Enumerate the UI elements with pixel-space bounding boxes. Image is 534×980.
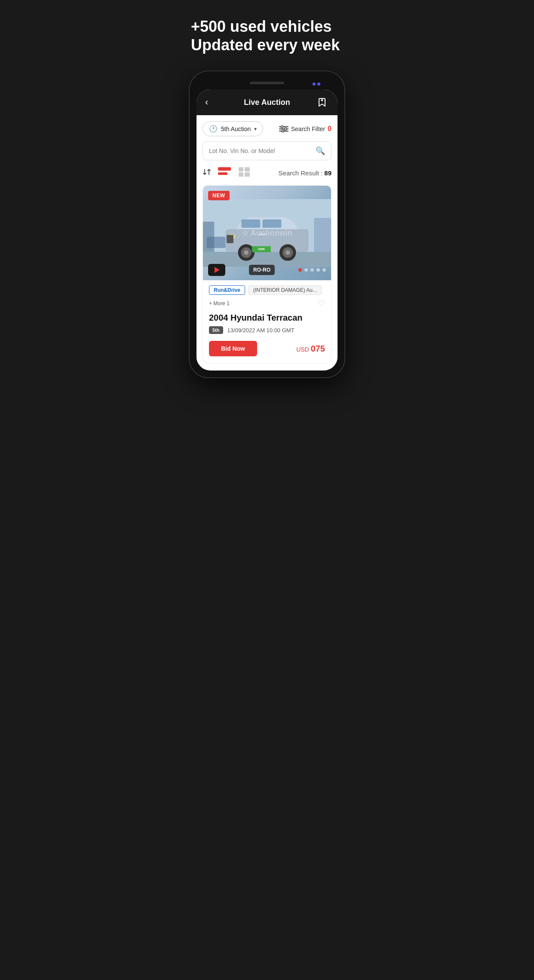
auction-label: 5th Auction: [221, 126, 251, 132]
grid-view-button[interactable]: [238, 166, 251, 179]
filter-badge: 0: [328, 125, 331, 133]
svg-point-6: [284, 128, 286, 130]
tag-damage: (INTERIOR DAMAGE) Au...: [249, 285, 322, 295]
auction-number-badge: 5th: [209, 326, 223, 334]
svg-point-23: [244, 251, 249, 255]
image-dots: [298, 268, 326, 272]
price-currency: USD: [296, 346, 310, 353]
image-dot-3[interactable]: [310, 268, 314, 272]
back-button[interactable]: ‹: [205, 97, 219, 108]
bid-button[interactable]: Bid Now: [209, 341, 257, 356]
search-result-count: 89: [324, 169, 331, 177]
search-filter-button[interactable]: Search Filter 0: [279, 125, 331, 133]
outer-container: +500 used vehicles Updated every week ‹ …: [178, 0, 356, 395]
phone-notch: [196, 78, 338, 89]
phone-speaker: [250, 82, 284, 84]
tag-more[interactable]: + More 1: [209, 300, 230, 306]
auction-date: 13/09/2022 AM 10:00 GMT: [227, 327, 295, 334]
page-title: Live Auction: [244, 98, 290, 107]
svg-rect-13: [245, 172, 250, 177]
svg-point-26: [285, 251, 290, 255]
phone-dots: [313, 83, 320, 86]
svg-rect-10: [239, 167, 243, 172]
svg-rect-19: [241, 220, 260, 228]
svg-rect-11: [245, 167, 250, 172]
list-view-icon: [218, 167, 231, 177]
app-header: ‹ Live Auction: [196, 89, 338, 115]
filter-sliders-icon: [279, 125, 288, 133]
search-input[interactable]: [209, 147, 311, 154]
image-dot-5[interactable]: [322, 268, 326, 272]
ro-ro-badge: RO-RO: [249, 265, 275, 275]
clock-icon: 🕐: [209, 125, 218, 133]
image-dot-2[interactable]: [304, 268, 308, 272]
image-dot-1[interactable]: [298, 268, 302, 272]
new-badge: NEW: [208, 191, 230, 200]
sort-view-row: Search Result : 89: [203, 166, 331, 179]
bookmark-button[interactable]: [315, 95, 329, 109]
car-title: 2004 Hyundai Terracan: [209, 313, 325, 323]
phone-frame: ‹ Live Auction 🕐 5th Auction: [190, 71, 344, 377]
image-dot-4[interactable]: [316, 268, 320, 272]
search-result: Search Result : 89: [279, 169, 331, 177]
content-area: 🕐 5th Auction ▾ Search Fi: [196, 115, 338, 364]
search-filter-label: Search Filter: [291, 126, 325, 132]
filter-row: 🕐 5th Auction ▾ Search Fi: [203, 121, 331, 136]
svg-rect-31: [259, 234, 267, 235]
image-bottom-bar: RO-RO: [203, 260, 331, 280]
hero-line2: Updated every week: [191, 36, 343, 54]
svg-rect-32: [203, 222, 214, 252]
svg-rect-9: [218, 172, 227, 175]
svg-rect-30: [227, 235, 233, 243]
auction-selector[interactable]: 🕐 5th Auction ▾: [203, 121, 263, 136]
hero-text: +500 used vehicles Updated every week: [178, 17, 356, 71]
heart-button[interactable]: ♡: [317, 298, 325, 309]
hero-line1: +500 used vehicles: [191, 17, 343, 36]
play-icon: [215, 267, 220, 273]
car-image-container: 3456 NEW: [203, 186, 331, 280]
car-card[interactable]: 3456 NEW: [203, 185, 331, 364]
tag-run-drive: Run&Drive: [209, 285, 245, 295]
svg-point-7: [282, 130, 284, 132]
svg-rect-20: [262, 220, 281, 228]
dropdown-arrow-icon: ▾: [254, 126, 257, 132]
phone-screen: ‹ Live Auction 🕐 5th Auction: [196, 89, 338, 371]
svg-rect-8: [218, 167, 231, 171]
svg-point-5: [281, 126, 283, 128]
price-value: 075: [311, 344, 325, 353]
search-box: 🔍: [203, 141, 331, 160]
svg-rect-12: [239, 172, 243, 177]
video-button[interactable]: [208, 264, 225, 276]
search-result-label: Search Result :: [279, 169, 325, 177]
grid-view-icon: [239, 167, 250, 177]
auction-info-row: 5th 13/09/2022 AM 10:00 GMT: [209, 326, 325, 334]
search-icon[interactable]: 🔍: [316, 146, 325, 156]
svg-text:3456: 3456: [258, 248, 265, 251]
sort-icon[interactable]: [203, 168, 211, 178]
price-display: USD 075: [296, 344, 325, 354]
svg-rect-33: [314, 218, 331, 252]
card-details: Run&Drive (INTERIOR DAMAGE) Au... + More…: [203, 280, 331, 363]
bottom-action-row: Bid Now USD 075: [209, 338, 325, 358]
tags-row: Run&Drive (INTERIOR DAMAGE) Au... + More…: [209, 285, 325, 309]
list-view-button[interactable]: [217, 166, 232, 179]
